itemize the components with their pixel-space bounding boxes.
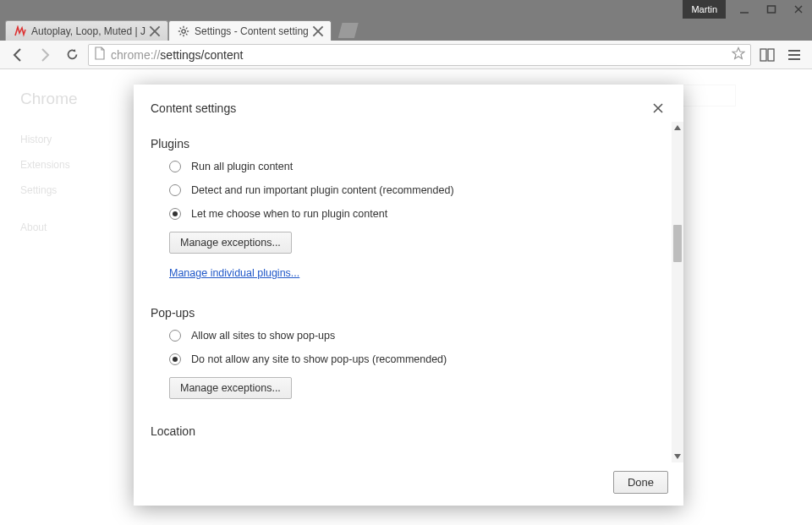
dialog-body: Plugins Run all plugin content Detect an… — [134, 122, 683, 462]
radio-icon — [169, 161, 181, 172]
manage-individual-plugins-link[interactable]: Manage individual plugins... — [169, 267, 299, 279]
radio-label: Detect and run important plugin content … — [191, 184, 454, 196]
radio-label: Do not allow any site to show pop-ups (r… — [191, 353, 447, 365]
radio-label: Let me choose when to run plugin content — [191, 208, 387, 220]
svg-line-14 — [180, 33, 182, 35]
tab-close-icon[interactable] — [149, 25, 161, 37]
popups-manage-exceptions-button[interactable]: Manage exceptions... — [169, 377, 292, 399]
tab-title: Settings - Content setting — [195, 25, 309, 37]
menu-icon[interactable] — [783, 44, 805, 66]
reload-button[interactable] — [61, 44, 83, 66]
gear-icon — [178, 25, 189, 37]
url-text: chrome://settings/content — [111, 48, 727, 62]
radio-label: Allow all sites to show pop-ups — [191, 330, 335, 342]
address-bar[interactable]: chrome://settings/content — [88, 44, 751, 66]
scroll-down-icon[interactable] — [672, 451, 683, 462]
popups-heading: Pop-ups — [151, 306, 665, 320]
radio-icon — [169, 208, 181, 220]
plugins-heading: Plugins — [151, 137, 665, 150]
panels-icon[interactable] — [756, 44, 778, 66]
plugins-option-0[interactable]: Run all plugin content — [169, 161, 665, 172]
svg-rect-18 — [768, 49, 774, 61]
svg-rect-17 — [760, 49, 766, 61]
page-icon — [94, 46, 106, 63]
new-tab-button[interactable] — [338, 23, 359, 38]
scrollbar[interactable] — [672, 122, 683, 462]
done-button[interactable]: Done — [613, 471, 668, 494]
svg-line-12 — [186, 33, 188, 35]
scroll-up-icon[interactable] — [672, 122, 683, 134]
radio-icon — [169, 330, 181, 342]
content-settings-dialog: Content settings Plugins Run all plugin … — [134, 85, 683, 506]
tab-title: Autoplay, Loop, Muted | J — [31, 25, 145, 37]
svg-rect-1 — [768, 6, 776, 13]
dialog-close-button[interactable] — [650, 100, 667, 117]
favicon-icon — [14, 25, 26, 37]
dialog-header: Content settings — [134, 85, 683, 122]
location-heading: Location — [151, 424, 665, 438]
plugins-option-2[interactable]: Let me choose when to run plugin content — [169, 208, 665, 220]
toolbar: chrome://settings/content — [0, 41, 812, 69]
radio-icon — [169, 184, 181, 196]
tab-strip: Autoplay, Loop, Muted | J Settings - Con… — [0, 19, 812, 41]
svg-line-11 — [180, 27, 182, 29]
tab-0[interactable]: Autoplay, Loop, Muted | J — [5, 20, 168, 41]
dialog-title: Content settings — [151, 101, 236, 115]
popups-option-1[interactable]: Do not allow any site to show pop-ups (r… — [169, 353, 665, 365]
dialog-footer: Done — [134, 462, 683, 506]
window-close-button[interactable] — [785, 0, 812, 19]
window-titlebar: Martin — [0, 0, 812, 19]
radio-label: Run all plugin content — [191, 161, 293, 172]
svg-point-6 — [182, 29, 185, 32]
bookmark-star-icon[interactable] — [732, 46, 745, 63]
dialog-scroll-area: Plugins Run all plugin content Detect an… — [134, 122, 672, 462]
plugins-option-1[interactable]: Detect and run important plugin content … — [169, 184, 665, 196]
tab-1[interactable]: Settings - Content setting — [168, 20, 332, 41]
plugins-manage-exceptions-button[interactable]: Manage exceptions... — [169, 232, 292, 254]
forward-button[interactable] — [34, 44, 56, 66]
tab-close-icon[interactable] — [312, 25, 324, 37]
scrollbar-thumb[interactable] — [673, 225, 682, 262]
scrollbar-track[interactable] — [672, 134, 683, 451]
window-minimize-button[interactable] — [731, 0, 758, 19]
svg-line-13 — [186, 27, 188, 29]
back-button[interactable] — [7, 44, 29, 66]
window-maximize-button[interactable] — [758, 0, 785, 19]
user-badge[interactable]: Martin — [683, 0, 726, 19]
popups-option-0[interactable]: Allow all sites to show pop-ups — [169, 330, 665, 342]
radio-icon — [169, 353, 181, 365]
